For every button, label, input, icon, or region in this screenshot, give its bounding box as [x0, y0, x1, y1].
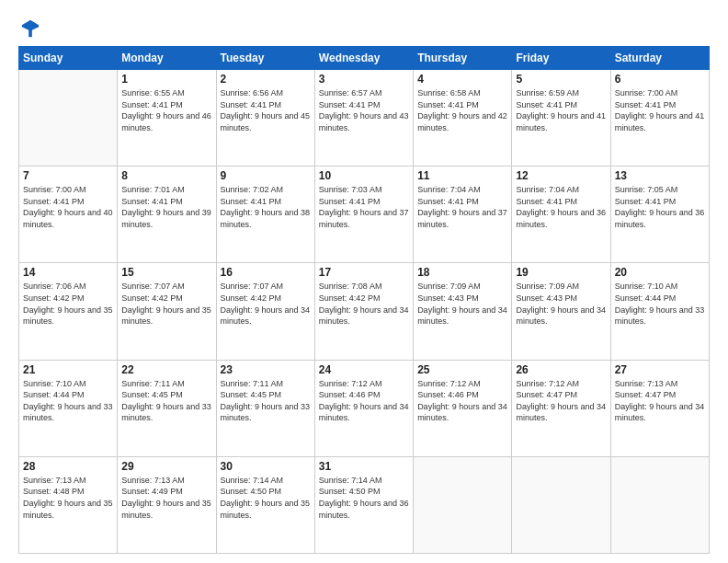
cell-info: Sunrise: 7:13 AMSunset: 4:49 PMDaylight:…	[121, 475, 211, 521]
calendar-table: Sunday Monday Tuesday Wednesday Thursday…	[18, 46, 710, 554]
day-number: 2	[221, 73, 311, 86]
calendar-week-row: 14Sunrise: 7:06 AMSunset: 4:42 PMDayligh…	[19, 263, 710, 360]
day-number: 31	[319, 460, 409, 473]
cell-info: Sunrise: 7:09 AMSunset: 4:43 PMDaylight:…	[516, 281, 606, 327]
calendar-cell: 23Sunrise: 7:11 AMSunset: 4:45 PMDayligh…	[216, 360, 314, 456]
day-number: 13	[615, 169, 705, 182]
cell-info: Sunrise: 7:00 AMSunset: 4:41 PMDaylight:…	[615, 87, 705, 133]
day-number: 9	[221, 169, 311, 182]
calendar-cell	[512, 456, 610, 553]
calendar-cell	[414, 456, 512, 553]
logo-icon	[20, 18, 40, 39]
cell-info: Sunrise: 7:12 AMSunset: 4:46 PMDaylight:…	[417, 378, 507, 424]
calendar-cell: 1Sunrise: 6:55 AMSunset: 4:41 PMDaylight…	[118, 70, 216, 167]
calendar-cell: 12Sunrise: 7:04 AMSunset: 4:41 PMDayligh…	[512, 167, 610, 263]
cell-info: Sunrise: 7:04 AMSunset: 4:41 PMDaylight:…	[417, 184, 507, 230]
calendar-cell: 21Sunrise: 7:10 AMSunset: 4:44 PMDayligh…	[19, 360, 118, 456]
day-number: 8	[121, 169, 211, 182]
cell-info: Sunrise: 7:08 AMSunset: 4:42 PMDaylight:…	[319, 281, 409, 327]
day-number: 7	[23, 169, 113, 182]
cell-info: Sunrise: 6:56 AMSunset: 4:41 PMDaylight:…	[221, 87, 311, 133]
day-number: 26	[516, 363, 606, 376]
calendar-cell: 30Sunrise: 7:14 AMSunset: 4:50 PMDayligh…	[216, 456, 314, 553]
calendar-cell: 11Sunrise: 7:04 AMSunset: 4:41 PMDayligh…	[414, 167, 512, 263]
day-number: 3	[319, 73, 409, 86]
calendar-week-row: 7Sunrise: 7:00 AMSunset: 4:41 PMDaylight…	[19, 167, 710, 263]
calendar-cell: 9Sunrise: 7:02 AMSunset: 4:41 PMDaylight…	[216, 167, 314, 263]
calendar-cell: 26Sunrise: 7:12 AMSunset: 4:47 PMDayligh…	[512, 360, 610, 456]
cell-info: Sunrise: 7:12 AMSunset: 4:47 PMDaylight:…	[516, 378, 606, 424]
cell-info: Sunrise: 7:06 AMSunset: 4:42 PMDaylight:…	[23, 281, 113, 327]
calendar-cell: 7Sunrise: 7:00 AMSunset: 4:41 PMDaylight…	[19, 167, 118, 263]
day-number: 24	[319, 363, 409, 376]
cell-info: Sunrise: 6:58 AMSunset: 4:41 PMDaylight:…	[417, 87, 507, 133]
header-tuesday: Tuesday	[216, 47, 314, 70]
cell-info: Sunrise: 7:01 AMSunset: 4:41 PMDaylight:…	[121, 184, 211, 230]
header	[18, 15, 710, 39]
header-wednesday: Wednesday	[314, 47, 413, 70]
day-number: 10	[319, 169, 409, 182]
calendar-cell: 19Sunrise: 7:09 AMSunset: 4:43 PMDayligh…	[512, 263, 610, 360]
cell-info: Sunrise: 7:09 AMSunset: 4:43 PMDaylight:…	[417, 281, 507, 327]
calendar-cell: 6Sunrise: 7:00 AMSunset: 4:41 PMDaylight…	[610, 70, 709, 167]
calendar-cell: 18Sunrise: 7:09 AMSunset: 4:43 PMDayligh…	[414, 263, 512, 360]
logo	[18, 18, 40, 39]
day-number: 29	[121, 460, 211, 473]
day-number: 27	[615, 363, 705, 376]
day-number: 5	[516, 73, 606, 86]
calendar-cell: 10Sunrise: 7:03 AMSunset: 4:41 PMDayligh…	[314, 167, 413, 263]
cell-info: Sunrise: 7:00 AMSunset: 4:41 PMDaylight:…	[23, 184, 113, 230]
day-number: 15	[121, 266, 211, 279]
day-number: 6	[615, 73, 705, 86]
cell-info: Sunrise: 7:11 AMSunset: 4:45 PMDaylight:…	[221, 378, 311, 424]
day-number: 18	[417, 266, 507, 279]
calendar-cell: 8Sunrise: 7:01 AMSunset: 4:41 PMDaylight…	[118, 167, 216, 263]
calendar-cell: 14Sunrise: 7:06 AMSunset: 4:42 PMDayligh…	[19, 263, 118, 360]
calendar-cell: 29Sunrise: 7:13 AMSunset: 4:49 PMDayligh…	[118, 456, 216, 553]
day-number: 25	[417, 363, 507, 376]
day-number: 1	[121, 73, 211, 86]
calendar-header-row: Sunday Monday Tuesday Wednesday Thursday…	[19, 47, 710, 70]
day-number: 19	[516, 266, 606, 279]
cell-info: Sunrise: 7:07 AMSunset: 4:42 PMDaylight:…	[121, 281, 211, 327]
day-number: 4	[417, 73, 507, 86]
day-number: 11	[417, 169, 507, 182]
calendar-cell: 31Sunrise: 7:14 AMSunset: 4:50 PMDayligh…	[314, 456, 413, 553]
header-saturday: Saturday	[610, 47, 709, 70]
cell-info: Sunrise: 7:13 AMSunset: 4:47 PMDaylight:…	[615, 378, 705, 424]
calendar-cell	[610, 456, 709, 553]
calendar-week-row: 21Sunrise: 7:10 AMSunset: 4:44 PMDayligh…	[19, 360, 710, 456]
calendar-week-row: 1Sunrise: 6:55 AMSunset: 4:41 PMDaylight…	[19, 70, 710, 167]
day-number: 23	[221, 363, 311, 376]
cell-info: Sunrise: 7:03 AMSunset: 4:41 PMDaylight:…	[319, 184, 409, 230]
day-number: 12	[516, 169, 606, 182]
cell-info: Sunrise: 6:55 AMSunset: 4:41 PMDaylight:…	[121, 87, 211, 133]
calendar-cell: 2Sunrise: 6:56 AMSunset: 4:41 PMDaylight…	[216, 70, 314, 167]
cell-info: Sunrise: 6:59 AMSunset: 4:41 PMDaylight:…	[516, 87, 606, 133]
day-number: 16	[221, 266, 311, 279]
cell-info: Sunrise: 7:14 AMSunset: 4:50 PMDaylight:…	[319, 475, 409, 521]
calendar-cell: 28Sunrise: 7:13 AMSunset: 4:48 PMDayligh…	[19, 456, 118, 553]
cell-info: Sunrise: 7:07 AMSunset: 4:42 PMDaylight:…	[221, 281, 311, 327]
cell-info: Sunrise: 7:04 AMSunset: 4:41 PMDaylight:…	[516, 184, 606, 230]
day-number: 30	[221, 460, 311, 473]
calendar-cell: 13Sunrise: 7:05 AMSunset: 4:41 PMDayligh…	[610, 167, 709, 263]
day-number: 28	[23, 460, 113, 473]
calendar-cell: 27Sunrise: 7:13 AMSunset: 4:47 PMDayligh…	[610, 360, 709, 456]
cell-info: Sunrise: 7:10 AMSunset: 4:44 PMDaylight:…	[23, 378, 113, 424]
day-number: 17	[319, 266, 409, 279]
day-number: 20	[615, 266, 705, 279]
cell-info: Sunrise: 7:13 AMSunset: 4:48 PMDaylight:…	[23, 475, 113, 521]
cell-info: Sunrise: 7:02 AMSunset: 4:41 PMDaylight:…	[221, 184, 311, 230]
calendar-cell	[19, 70, 118, 167]
cell-info: Sunrise: 7:11 AMSunset: 4:45 PMDaylight:…	[121, 378, 211, 424]
cell-info: Sunrise: 7:14 AMSunset: 4:50 PMDaylight:…	[221, 475, 311, 521]
cell-info: Sunrise: 7:05 AMSunset: 4:41 PMDaylight:…	[615, 184, 705, 230]
day-number: 22	[121, 363, 211, 376]
calendar-cell: 24Sunrise: 7:12 AMSunset: 4:46 PMDayligh…	[314, 360, 413, 456]
calendar-cell: 16Sunrise: 7:07 AMSunset: 4:42 PMDayligh…	[216, 263, 314, 360]
calendar-cell: 5Sunrise: 6:59 AMSunset: 4:41 PMDaylight…	[512, 70, 610, 167]
header-thursday: Thursday	[414, 47, 512, 70]
calendar-cell: 3Sunrise: 6:57 AMSunset: 4:41 PMDaylight…	[314, 70, 413, 167]
header-sunday: Sunday	[19, 47, 118, 70]
